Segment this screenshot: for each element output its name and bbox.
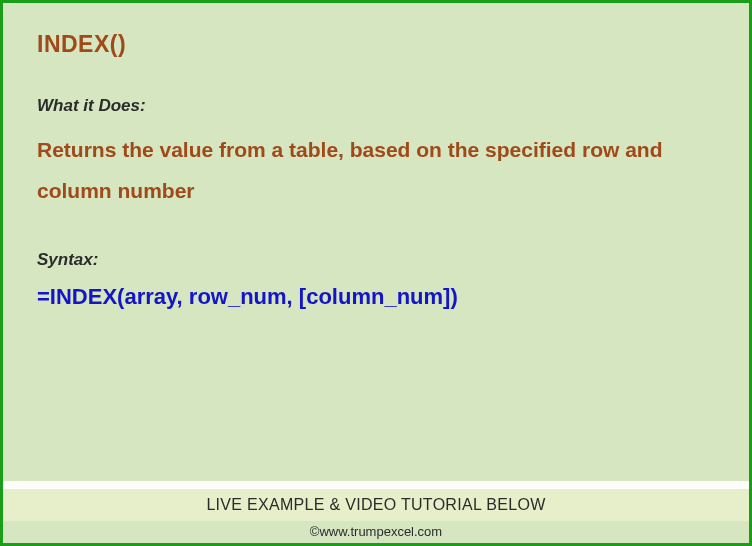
syntax-label: Syntax:: [37, 250, 715, 270]
footer-credit: ©www.trumpexcel.com: [3, 521, 749, 543]
tutorial-card: INDEX() What it Does: Returns the value …: [0, 0, 752, 546]
footer-banner: LIVE EXAMPLE & VIDEO TUTORIAL BELOW: [3, 489, 749, 521]
footer-separator: [3, 481, 749, 489]
what-it-does-label: What it Does:: [37, 96, 715, 116]
content-area: INDEX() What it Does: Returns the value …: [3, 3, 749, 481]
function-description: Returns the value from a table, based on…: [37, 130, 715, 212]
footer: LIVE EXAMPLE & VIDEO TUTORIAL BELOW ©www…: [3, 481, 749, 543]
function-syntax: =INDEX(array, row_num, [column_num]): [37, 284, 715, 310]
function-name: INDEX(): [37, 31, 715, 58]
